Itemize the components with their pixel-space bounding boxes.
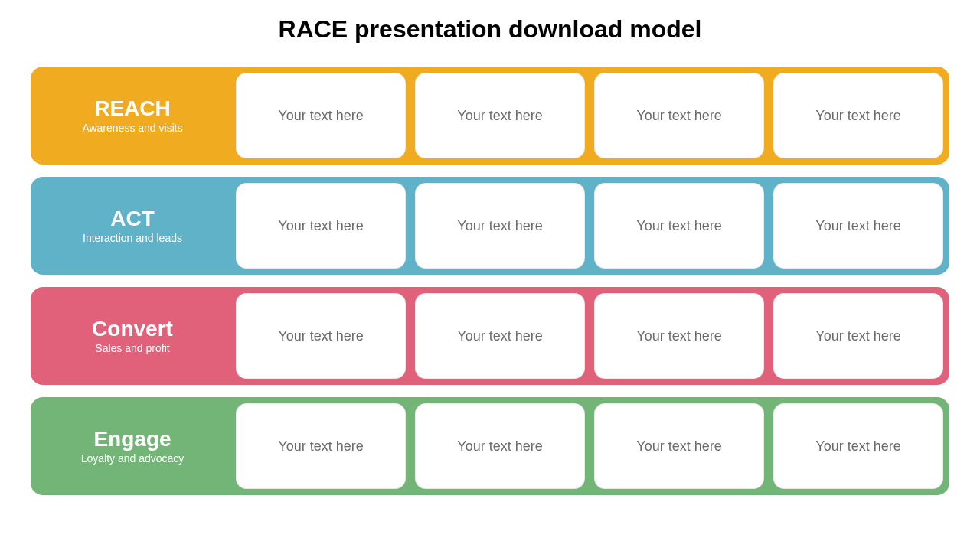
row-act-cells: Your text here Your text here Your text … <box>236 183 943 269</box>
row-reach-cell-2: Your text here <box>415 73 585 158</box>
row-act-cell-1: Your text here <box>236 183 406 269</box>
row-engage-label: Engage Loyalty and advocacy <box>37 403 228 489</box>
row-engage-cells: Your text here Your text here Your text … <box>236 403 943 489</box>
row-reach: REACH Awareness and visits Your text her… <box>31 67 949 165</box>
row-engage-title: Engage <box>93 428 171 452</box>
row-engage-cell-1: Your text here <box>236 403 406 489</box>
row-reach-cell-4: Your text here <box>773 73 943 158</box>
row-reach-title: REACH <box>94 97 171 121</box>
row-reach-cells: Your text here Your text here Your text … <box>236 73 943 158</box>
row-reach-cell-3: Your text here <box>594 73 764 158</box>
row-engage: Engage Loyalty and advocacy Your text he… <box>31 397 949 495</box>
row-convert-title: Convert <box>92 318 173 341</box>
page-title: RACE presentation download model <box>31 15 949 44</box>
row-engage-cell-4: Your text here <box>773 403 943 489</box>
row-act-cell-4: Your text here <box>773 183 943 269</box>
row-act-label: ACT Interaction and leads <box>37 183 228 269</box>
row-act-subtitle: Interaction and leads <box>83 232 182 244</box>
row-act-cell-2: Your text here <box>415 183 585 269</box>
row-act-cell-3: Your text here <box>594 183 764 269</box>
row-act-title: ACT <box>110 207 155 231</box>
row-engage-subtitle: Loyalty and advocacy <box>81 452 185 465</box>
row-convert-cell-2: Your text here <box>415 293 585 379</box>
row-convert-cell-3: Your text here <box>594 293 764 379</box>
row-convert-cells: Your text here Your text here Your text … <box>236 293 943 379</box>
row-engage-cell-3: Your text here <box>594 403 764 489</box>
row-reach-label: REACH Awareness and visits <box>37 73 228 158</box>
row-convert-cell-1: Your text here <box>236 293 406 379</box>
row-convert-subtitle: Sales and profit <box>95 342 169 354</box>
row-convert-label: Convert Sales and profit <box>37 293 228 379</box>
row-reach-cell-1: Your text here <box>236 73 406 158</box>
row-engage-cell-2: Your text here <box>415 403 585 489</box>
row-convert-cell-4: Your text here <box>773 293 943 379</box>
race-rows-container: REACH Awareness and visits Your text her… <box>31 67 949 495</box>
row-convert: Convert Sales and profit Your text here … <box>31 287 949 385</box>
row-act: ACT Interaction and leads Your text here… <box>31 177 949 275</box>
row-reach-subtitle: Awareness and visits <box>82 122 182 134</box>
